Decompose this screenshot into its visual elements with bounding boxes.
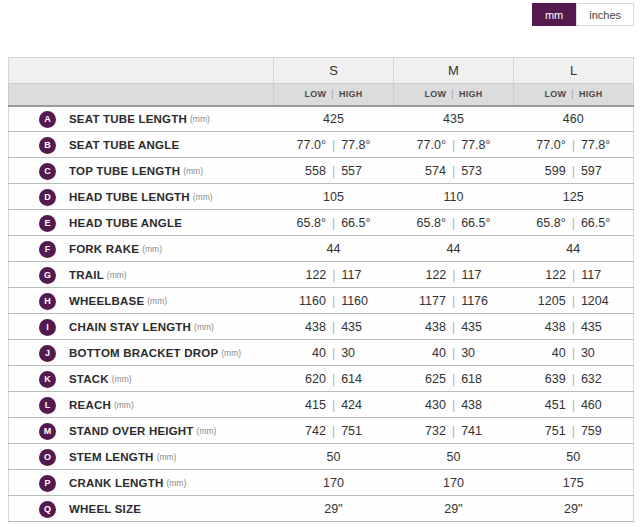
unit-toggle-mm-button[interactable]: mm: [532, 3, 576, 26]
value-separator: |: [566, 398, 581, 412]
high-value: 751: [341, 424, 362, 438]
low-value: 65.8°: [536, 216, 565, 230]
high-value: 77.8°: [581, 138, 610, 152]
table-row: DHEAD TUBE LENGTH(mm)105110125: [9, 184, 634, 210]
value-separator: |: [446, 164, 461, 178]
low-value: 620: [305, 372, 326, 386]
table-row: GTRAIL(mm)122|117122|117122|117: [9, 262, 634, 288]
value-separator: |: [566, 320, 581, 334]
high-value: 435: [341, 320, 362, 334]
low-value: 438: [545, 320, 566, 334]
measurement-unit: (mm): [107, 270, 127, 280]
single-value: 460: [563, 112, 584, 126]
value-separator: |: [566, 138, 581, 152]
measurement-value-cell: 639|632: [514, 366, 634, 392]
value-separator: |: [566, 424, 581, 438]
value-separator: |: [326, 398, 341, 412]
measurement-unit: (mm): [221, 348, 241, 358]
high-value: 117: [581, 268, 601, 282]
size-header-m: M: [394, 58, 514, 84]
unit-toggle-inches-button[interactable]: inches: [576, 3, 634, 26]
measurement-value-cell: 125: [514, 184, 634, 210]
measurement-value-cell: 77.0°|77.8°: [394, 132, 514, 158]
low-high-separator: |: [326, 89, 339, 99]
high-label: HIGH: [459, 89, 483, 99]
size-header-s: S: [274, 58, 394, 84]
measurement-label: FORK RAKE: [69, 243, 139, 255]
low-value: 1205: [538, 294, 566, 308]
low-high-separator: |: [446, 89, 459, 99]
high-value: 1204: [581, 294, 609, 308]
measurement-label-cell: CTOP TUBE LENGTH(mm): [9, 158, 274, 184]
measurement-letter-badge: D: [39, 189, 56, 206]
measurement-letter-badge: K: [39, 371, 56, 388]
measurement-value-cell: 65.8°|66.5°: [274, 210, 394, 236]
value-separator: |: [326, 372, 341, 386]
high-value: 117: [462, 268, 482, 282]
high-value: 573: [461, 164, 482, 178]
high-value: 438: [461, 398, 482, 412]
measurement-unit: (mm): [197, 426, 217, 436]
table-row: QWHEEL SIZE29"29"29": [9, 496, 634, 522]
measurement-label: REACH: [69, 399, 111, 411]
low-value: 732: [425, 424, 446, 438]
measurement-value-cell: 65.8°|66.5°: [514, 210, 634, 236]
low-value: 438: [305, 320, 326, 334]
low-value: 558: [305, 164, 326, 178]
high-value: 741: [461, 424, 482, 438]
measurement-label: HEAD TUBE ANGLE: [69, 217, 182, 229]
value-separator: |: [566, 268, 581, 282]
value-separator: |: [566, 294, 581, 308]
measurement-label-cell: BSEAT TUBE ANGLE: [9, 132, 274, 158]
measurement-letter-badge: L: [39, 397, 56, 414]
high-value: 117: [342, 268, 362, 282]
high-value: 632: [581, 372, 602, 386]
measurement-unit: (mm): [166, 478, 186, 488]
low-value: 639: [545, 372, 566, 386]
measurement-letter-badge: A: [39, 111, 56, 128]
measurement-unit: (mm): [157, 452, 177, 462]
single-value: 170: [323, 476, 344, 490]
measurement-value-cell: 438|435: [274, 314, 394, 340]
measurement-value-cell: 40|30: [394, 340, 514, 366]
measurement-label: STACK: [69, 373, 109, 385]
low-value: 574: [425, 164, 446, 178]
measurement-letter-badge: H: [39, 293, 56, 310]
low-value: 122: [425, 268, 446, 282]
measurement-label-cell: EHEAD TUBE ANGLE: [9, 210, 274, 236]
high-value: 435: [581, 320, 602, 334]
value-separator: |: [446, 424, 461, 438]
measurement-unit: (mm): [190, 114, 210, 124]
value-separator: |: [446, 216, 461, 230]
measurement-label-cell: OSTEM LENGTH(mm): [9, 444, 274, 470]
measurement-value-cell: 77.0°|77.8°: [514, 132, 634, 158]
high-value: 30: [461, 346, 475, 360]
low-value: 742: [305, 424, 326, 438]
measurement-unit: (mm): [193, 192, 213, 202]
measurement-label-cell: HWHEELBASE(mm): [9, 288, 274, 314]
high-value: 614: [341, 372, 362, 386]
measurement-letter-badge: I: [39, 319, 56, 336]
measurement-label: CRANK LENGTH: [69, 477, 163, 489]
high-value: 30: [581, 346, 595, 360]
measurement-letter-badge: O: [39, 449, 56, 466]
value-separator: |: [326, 320, 341, 334]
measurement-label: CHAIN STAY LENGTH: [69, 321, 191, 333]
measurement-label-cell: DHEAD TUBE LENGTH(mm): [9, 184, 274, 210]
measurement-letter-badge: J: [39, 345, 56, 362]
single-value: 170: [443, 476, 464, 490]
measurement-unit: (mm): [147, 296, 167, 306]
measurement-value-cell: 742|751: [274, 418, 394, 444]
low-value: 451: [545, 398, 566, 412]
low-high-header-cell: LOW|HIGH: [514, 84, 634, 106]
measurement-label-cell: LREACH(mm): [9, 392, 274, 418]
unit-toggle: mm inches: [532, 3, 634, 26]
measurement-label-cell: QWHEEL SIZE: [9, 496, 274, 522]
measurement-unit: (mm): [194, 322, 214, 332]
low-label: LOW: [424, 89, 446, 99]
value-separator: |: [326, 346, 341, 360]
high-value: 66.5°: [341, 216, 370, 230]
measurement-unit: (mm): [142, 244, 162, 254]
measurement-value-cell: 50: [514, 444, 634, 470]
measurement-label-cell: PCRANK LENGTH(mm): [9, 470, 274, 496]
